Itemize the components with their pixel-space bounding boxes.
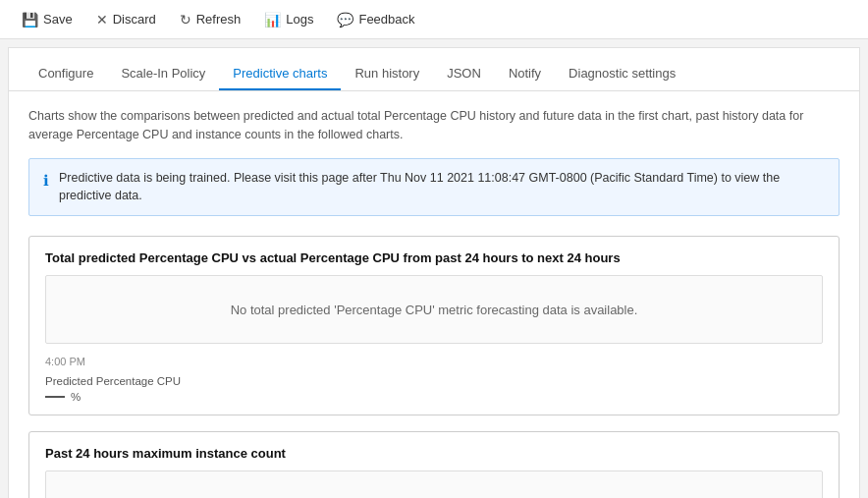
feedback-button[interactable]: 💬 Feedback [327,8,424,31]
chart1-legend-item: % [45,391,823,403]
logs-label: Logs [286,12,313,27]
chart1-area: No total predicted 'Percentage CPU' metr… [45,275,823,344]
feedback-icon: 💬 [337,12,353,28]
chart1-title: Total predicted Percentage CPU vs actual… [29,237,839,275]
chart1-legend-label: Predicted Percentage CPU [45,375,823,387]
chart2-section: Past 24 hours maximum instance count No … [28,431,840,498]
chart1-section: Total predicted Percentage CPU vs actual… [28,236,840,415]
chart1-no-data: No total predicted 'Percentage CPU' metr… [231,303,638,317]
tab-run-history[interactable]: Run history [341,56,433,90]
page-body: Charts show the comparisons between pred… [9,91,859,498]
refresh-icon: ↻ [180,12,191,28]
save-icon: 💾 [22,12,38,28]
tab-diagnostic-settings[interactable]: Diagnostic settings [555,56,689,90]
description-text: Charts show the comparisons between pred… [28,107,834,144]
refresh-button[interactable]: ↻ Refresh [170,8,251,31]
refresh-label: Refresh [196,12,242,27]
tab-notify[interactable]: Notify [495,56,555,90]
info-banner-text: Predictive data is being trained. Please… [59,169,825,206]
legend-line [45,396,65,398]
info-banner: ℹ Predictive data is being trained. Plea… [28,158,840,217]
chart2-title: Past 24 hours maximum instance count [29,432,839,470]
logs-button[interactable]: 📊 Logs [254,8,323,31]
chart2-area: No instance count data is available. [45,470,823,498]
chart1-legend: Predicted Percentage CPU % [29,371,839,415]
tab-json[interactable]: JSON [433,56,495,90]
tab-configure[interactable]: Configure [25,56,107,90]
tab-scale-in-policy[interactable]: Scale-In Policy [107,56,219,90]
main-content: Configure Scale-In Policy Predictive cha… [8,47,860,498]
save-label: Save [43,12,73,27]
logs-icon: 📊 [264,12,281,28]
discard-button[interactable]: ✕ Discard [86,8,166,31]
feedback-label: Feedback [358,12,414,27]
chart1-unit: % [71,391,81,403]
save-button[interactable]: 💾 Save [12,8,82,31]
tab-predictive-charts[interactable]: Predictive charts [219,56,341,90]
info-icon: ℹ [43,170,49,193]
discard-icon: ✕ [96,12,108,28]
toolbar: 💾 Save ✕ Discard ↻ Refresh 📊 Logs 💬 Feed… [0,0,868,39]
tabs-bar: Configure Scale-In Policy Predictive cha… [9,48,859,91]
chart1-time-label: 4:00 PM [29,356,839,371]
discard-label: Discard [113,12,156,27]
